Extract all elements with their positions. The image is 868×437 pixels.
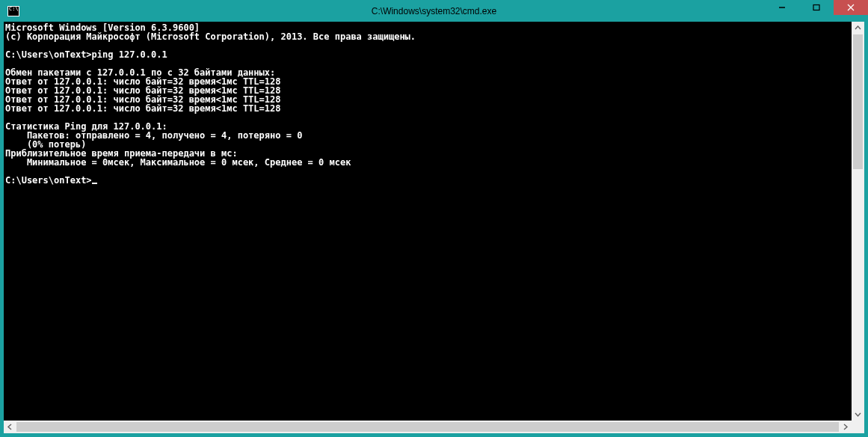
maximize-icon	[813, 4, 820, 11]
window-controls	[765, 0, 868, 15]
vertical-scroll-thumb[interactable]	[853, 34, 863, 169]
minimize-icon	[778, 4, 786, 11]
horizontal-scroll-thumb[interactable]	[16, 422, 839, 432]
minimize-button[interactable]	[765, 0, 799, 15]
chevron-up-icon	[855, 25, 861, 31]
close-icon	[847, 4, 855, 11]
maximize-button[interactable]	[799, 0, 834, 15]
window-title: C:\Windows\system32\cmd.exe	[0, 6, 868, 16]
chevron-left-icon	[7, 424, 13, 430]
scroll-up-button[interactable]	[852, 22, 864, 34]
scrollbar-corner	[852, 421, 864, 433]
chevron-right-icon	[842, 424, 849, 430]
cmd-window: C:\Windows\system32\cmd.exe Microsoft Wi…	[0, 0, 868, 437]
console-output[interactable]: Microsoft Windows [Version 6.3.9600] (c)…	[4, 22, 852, 421]
close-button[interactable]	[834, 0, 868, 15]
scroll-right-button[interactable]	[839, 421, 852, 433]
client-area: Microsoft Windows [Version 6.3.9600] (c)…	[0, 22, 868, 437]
vertical-scrollbar[interactable]	[852, 22, 864, 421]
cmd-icon	[7, 6, 19, 16]
console-wrap: Microsoft Windows [Version 6.3.9600] (c)…	[4, 22, 864, 421]
scroll-down-button[interactable]	[852, 408, 864, 421]
svg-rect-1	[813, 5, 819, 10]
horizontal-scroll-track[interactable]	[16, 421, 839, 433]
cursor	[92, 183, 97, 184]
chevron-down-icon	[855, 411, 861, 418]
vertical-scroll-track[interactable]	[852, 34, 864, 408]
bottom-scroll-row	[4, 421, 864, 433]
titlebar[interactable]: C:\Windows\system32\cmd.exe	[0, 0, 868, 22]
scroll-left-button[interactable]	[4, 421, 16, 433]
